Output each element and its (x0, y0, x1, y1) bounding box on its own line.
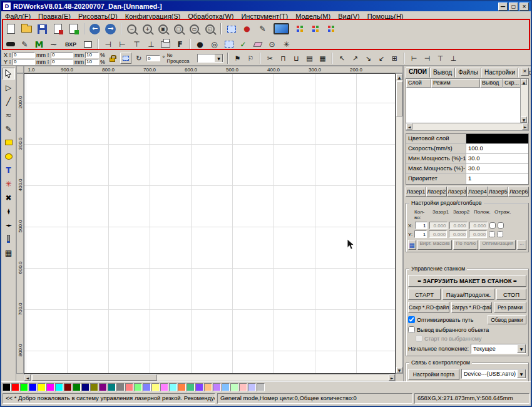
select-tool-button[interactable] (3, 68, 15, 80)
tab-output[interactable]: Вывод (430, 68, 455, 78)
palette-swatch[interactable] (73, 383, 81, 391)
property-value[interactable]: 1 (466, 174, 528, 184)
property-value[interactable]: 30.0 (466, 164, 528, 173)
zoom-all-button[interactable]: ◱ (203, 22, 217, 36)
optimize-path-checkbox[interactable] (408, 316, 415, 323)
scroll-down-icon[interactable]: ▼ (396, 367, 402, 373)
palette-swatch[interactable] (116, 383, 125, 391)
zoom-out-button[interactable]: − (125, 22, 139, 36)
device-dropdown-icon[interactable]: ▼ (517, 369, 526, 378)
origin-dropdown-icon[interactable]: ▼ (517, 344, 526, 353)
optimize-array-button[interactable]: Оптимизация (479, 240, 516, 250)
export-button[interactable] (66, 22, 81, 36)
pause-resume-button[interactable]: Пауза/Продолж. (442, 289, 494, 300)
vertical-scrollbar[interactable]: ▲ ▼ (396, 73, 403, 374)
y-position-input[interactable] (13, 59, 35, 65)
tab-laser2[interactable]: Лазер2 (426, 187, 447, 197)
palette-swatch[interactable] (46, 383, 54, 391)
stop-button[interactable]: СТОП (496, 289, 526, 300)
tab-files[interactable]: Файлы (455, 68, 481, 78)
trace-frame-button[interactable]: Обвод рамки (488, 315, 526, 324)
delete-tool-button[interactable]: ✖ (3, 192, 15, 204)
frame-select-button[interactable] (224, 22, 238, 36)
anchor-top-left-button[interactable]: ↖ (336, 53, 347, 64)
palette-swatch[interactable] (222, 383, 230, 391)
zoom-page-button[interactable]: ▢ (171, 22, 186, 36)
dock-left-button[interactable]: ⊢ (408, 53, 419, 64)
menu-help[interactable]: Помощь(H) (364, 13, 407, 20)
align-bottom-button[interactable]: ⊥ (145, 38, 158, 51)
scale-y-input[interactable] (85, 59, 99, 65)
rectangle-check-button[interactable] (81, 38, 95, 51)
tab-layers[interactable]: СЛОИ (406, 67, 430, 78)
palette-swatch[interactable] (169, 383, 177, 391)
ellipse-tool-button[interactable] (3, 150, 15, 162)
rotate-button[interactable]: ↻ (133, 53, 145, 64)
palette-swatch[interactable] (81, 383, 90, 391)
lock-ratio-button[interactable] (107, 53, 118, 64)
marker-tool-button[interactable] (3, 233, 15, 245)
scroll-up-icon[interactable]: ▲ (521, 79, 527, 85)
origin-position-select[interactable]: Текущее ▼ (471, 344, 526, 354)
array-copy-button[interactable] (308, 22, 322, 36)
palette-swatch[interactable] (195, 383, 203, 391)
sphere-button[interactable]: ◎ (208, 38, 221, 51)
layer-color-swatch[interactable] (466, 134, 528, 143)
y-spinner[interactable]: ▲▼ (9, 59, 11, 64)
cut-button[interactable]: ✂ (264, 53, 275, 64)
palette-swatch[interactable] (90, 383, 98, 391)
hatch-button[interactable]: ▤ (304, 53, 315, 64)
scroll-right-icon[interactable]: ► (522, 123, 528, 130)
align-top-button[interactable]: ⊤ (130, 38, 143, 51)
height-input[interactable] (51, 59, 73, 65)
layer-table-body[interactable] (406, 88, 528, 123)
palette-swatch[interactable] (178, 383, 186, 391)
palette-swatch[interactable] (257, 383, 265, 391)
tab-laser1[interactable]: Лазер1 (406, 187, 426, 197)
maximize-button[interactable]: ▢ (509, 3, 518, 11)
bxp-button[interactable]: ВХР (61, 38, 80, 51)
fill-circle-button[interactable]: ● (193, 38, 207, 51)
palette-swatch[interactable] (143, 383, 151, 391)
array-y-count-input[interactable] (414, 230, 427, 238)
horizontal-scroll-thumb[interactable] (32, 374, 157, 381)
dock-right-button[interactable]: ⊣ (421, 53, 432, 64)
show-hide-button[interactable]: ⊙ (265, 38, 279, 51)
array-x-mirror-checkbox[interactable] (489, 222, 496, 229)
palette-swatch[interactable] (64, 383, 72, 391)
array-y-position-input[interactable] (469, 230, 487, 238)
width-input[interactable] (51, 52, 73, 58)
zoom-in-button[interactable]: + (140, 22, 155, 36)
menu-draw[interactable]: Рисовать(D) (74, 13, 121, 20)
redo-button[interactable]: → (103, 22, 118, 36)
dock-top-button[interactable]: ⊤ (434, 53, 446, 64)
palette-swatch[interactable] (151, 383, 160, 391)
output-selected-checkbox[interactable] (408, 326, 415, 333)
save-file-button[interactable] (35, 22, 49, 36)
material-library-button[interactable]: M (33, 38, 46, 51)
by-field-button[interactable]: По полю (453, 240, 478, 250)
weld-cap-button[interactable]: ⊓ (277, 53, 289, 64)
anchor-top-right-button[interactable]: ↗ (349, 53, 361, 64)
panel-close-icon[interactable]: ✕ (521, 68, 529, 76)
palette-swatch[interactable] (204, 383, 212, 391)
weld-cup-button[interactable]: ⊔ (290, 53, 302, 64)
virtual-array-button[interactable]: Вирт. массив (417, 240, 453, 250)
start-button[interactable]: СТАРТ (408, 289, 441, 300)
scroll-right-icon[interactable]: ► (389, 374, 395, 381)
palette-swatch[interactable] (213, 383, 221, 391)
array-more-button[interactable]: ... (517, 240, 526, 250)
menu-model[interactable]: Модель(M) (292, 13, 334, 20)
array-tool-button[interactable]: ▦ (3, 247, 15, 259)
palette-swatch[interactable] (125, 383, 133, 391)
menu-tool[interactable]: Инструмент(T) (237, 13, 292, 20)
palette-swatch[interactable] (160, 383, 168, 391)
h-spinner[interactable]: ▲▼ (47, 59, 49, 64)
palette-swatch[interactable] (108, 383, 116, 391)
minimize-button[interactable]: — (498, 3, 508, 11)
node-edit-tool-button[interactable]: ▷ (3, 81, 15, 93)
tab-laser6[interactable]: Лазер6 (508, 187, 529, 197)
palette-swatch[interactable] (248, 383, 256, 391)
scale-x-input[interactable] (85, 52, 99, 58)
property-value[interactable]: 100.0 (466, 144, 528, 153)
